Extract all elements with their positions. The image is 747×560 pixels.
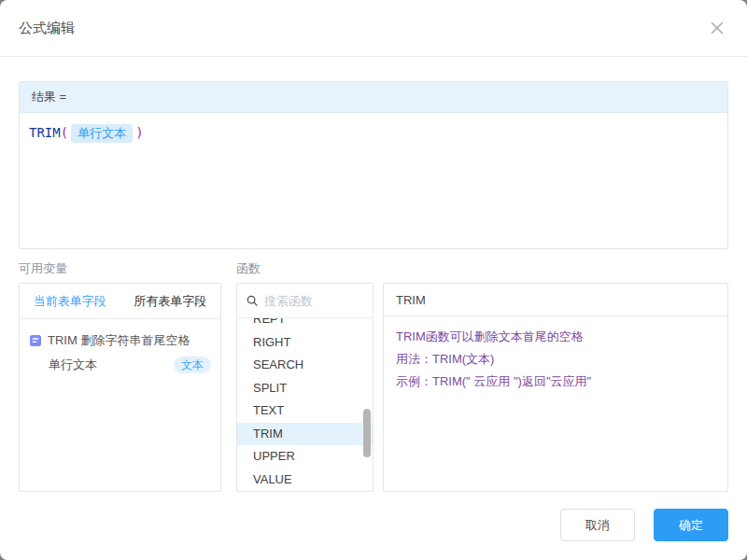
dialog-title: 公式编辑 [19, 20, 75, 37]
function-list: REPT RIGHT SEARCH SPLIT TEXT TRIM UPPER … [237, 318, 373, 491]
confirm-button[interactable]: 确定 [654, 509, 728, 541]
variables-section-label: 可用变量 [19, 260, 67, 277]
function-item-trim[interactable]: TRIM [237, 423, 373, 446]
formula-editor: 结果 = TRIM(单行文本) [19, 81, 728, 249]
variable-field-item[interactable]: 单行文本 文本 [29, 353, 211, 377]
close-button[interactable] [706, 17, 728, 39]
function-item-search[interactable]: SEARCH [237, 354, 373, 377]
scrollbar-thumb[interactable] [363, 409, 371, 457]
open-paren: ( [61, 125, 68, 140]
function-search-box [237, 284, 373, 318]
description-line: TRIM函数可以删除文本首尾的空格 [396, 326, 715, 348]
functions-panel: REPT RIGHT SEARCH SPLIT TEXT TRIM UPPER … [236, 283, 374, 492]
description-panel: TRIM TRIM函数可以删除文本首尾的空格 用法：TRIM(文本) 示例：TR… [383, 283, 728, 492]
formula-function-name: TRIM [29, 125, 61, 140]
variable-list: TRIM 删除字符串首尾空格 单行文本 文本 [20, 319, 220, 386]
close-paren: ) [135, 125, 143, 140]
function-item-split[interactable]: SPLIT [237, 377, 373, 400]
field-type-badge: 文本 [174, 357, 211, 373]
functions-section-label: 函数 [236, 260, 261, 277]
argument-chip[interactable]: 单行文本 [71, 124, 133, 143]
title-divider [0, 56, 747, 57]
description-line: 示例：TRIM(" 云应用 ")返回"云应用" [396, 371, 715, 393]
variable-group-item[interactable]: TRIM 删除字符串首尾空格 [29, 329, 211, 353]
function-list-viewport: REPT RIGHT SEARCH SPLIT TEXT TRIM UPPER … [237, 318, 373, 491]
close-icon [709, 20, 726, 36]
variables-tabs: 当前表单字段 所有表单字段 [20, 284, 220, 319]
function-search-input[interactable] [264, 294, 363, 308]
description-title: TRIM [384, 284, 727, 316]
function-item-value[interactable]: VALUE [237, 469, 373, 492]
form-field-icon [29, 334, 42, 347]
function-item-rept[interactable]: REPT [237, 318, 373, 331]
variable-group-label: TRIM 删除字符串首尾空格 [48, 332, 190, 349]
tab-current-form-fields[interactable]: 当前表单字段 [20, 284, 120, 318]
function-item-upper[interactable]: UPPER [237, 445, 373, 469]
cancel-button[interactable]: 取消 [560, 509, 635, 541]
variable-field-label: 单行文本 [49, 357, 97, 373]
function-item-text[interactable]: TEXT [237, 399, 373, 423]
formula-edit-dialog: 公式编辑 结果 = TRIM(单行文本) 可用变量 函数 当前表单字段 所有表单… [0, 0, 747, 560]
description-body: TRIM函数可以删除文本首尾的空格 用法：TRIM(文本) 示例：TRIM(" … [384, 316, 727, 402]
result-label: 结果 = [20, 82, 727, 113]
tab-all-form-fields[interactable]: 所有表单字段 [120, 284, 221, 318]
formula-expression[interactable]: TRIM(单行文本) [20, 113, 727, 154]
description-line: 用法：TRIM(文本) [396, 348, 715, 371]
variables-panel: 当前表单字段 所有表单字段 TRIM 删除字符串首尾空格 单行文本 文本 [19, 283, 221, 492]
search-icon [247, 294, 258, 307]
function-item-right[interactable]: RIGHT [237, 331, 373, 355]
